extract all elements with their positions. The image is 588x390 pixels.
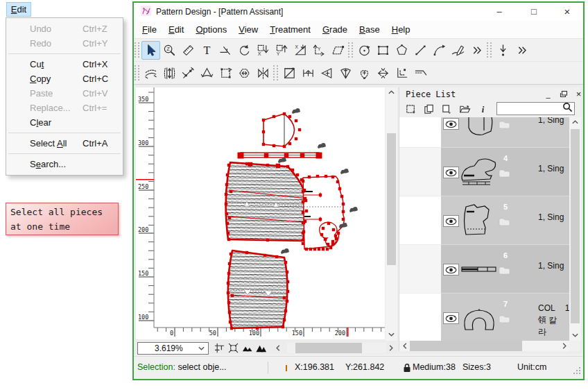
toolbar-grip[interactable] — [273, 65, 278, 80]
resize-grip[interactable] — [573, 366, 581, 377]
tool-arc-button[interactable] — [430, 41, 449, 60]
piece-copy-drop-button[interactable] — [440, 103, 453, 116]
tool-ruler-button[interactable] — [179, 41, 198, 60]
close-button[interactable]: × — [557, 3, 578, 20]
zoom-level-combobox[interactable]: 3.619% — [137, 342, 209, 355]
toolbar-grip[interactable] — [135, 65, 139, 80]
tool-polygon-button[interactable] — [392, 41, 411, 60]
menu-item-clear[interactable]: Clear — [6, 115, 123, 130]
piece-search-box[interactable] — [496, 102, 575, 115]
pattern-piece-yoke[interactable] — [263, 114, 295, 146]
tool-rotate-button[interactable] — [235, 41, 254, 60]
tool-arrow-down-button[interactable] — [494, 41, 512, 60]
canvas-vertical-scrollbar[interactable] — [386, 87, 397, 341]
chevron-left-icon[interactable] — [273, 344, 283, 353]
canvas-horizontal-scrollbar[interactable] — [287, 343, 386, 353]
chevron-right-icon[interactable] — [559, 341, 569, 351]
minimize-button[interactable]: – — [489, 3, 510, 20]
piece-info-button[interactable]: i — [476, 103, 489, 116]
tool-move-points-button[interactable] — [179, 64, 198, 83]
piece-list-vertical-scrollbar[interactable] — [569, 117, 581, 341]
menu-item-copy[interactable]: CopyCtrl+C — [6, 71, 123, 86]
menu-item-select-all[interactable]: Select AllCtrl+A — [6, 136, 123, 151]
menubar-item-file[interactable]: File — [137, 22, 162, 37]
tool-line-button[interactable] — [411, 41, 430, 60]
toolbar-grip[interactable] — [135, 42, 139, 58]
eye-visibility-icon[interactable] — [443, 312, 459, 324]
eye-visibility-icon[interactable] — [443, 264, 459, 275]
tool-spread-button[interactable] — [374, 64, 392, 83]
tool-corner-cut-button[interactable] — [411, 64, 430, 83]
pattern-piece-bodice[interactable] — [303, 176, 344, 249]
piece-list-row[interactable]: 41, Sing — [399, 148, 569, 196]
tool-rectangle-button[interactable] — [374, 41, 392, 60]
menubar-item-base[interactable]: Base — [354, 22, 386, 37]
tool-select-button[interactable] — [141, 41, 160, 60]
edit-menu-trigger[interactable]: Edit — [6, 2, 31, 17]
tool-more-button[interactable] — [467, 41, 486, 60]
menubar-item-treatment[interactable]: Treatment — [264, 22, 316, 37]
menubar-item-options[interactable]: Options — [190, 22, 232, 37]
piece-marquee-button[interactable] — [404, 103, 417, 116]
menubar-item-view[interactable]: View — [233, 22, 263, 37]
menubar-item-help[interactable]: Help — [386, 22, 416, 37]
tool-rotate-points-button[interactable] — [216, 64, 235, 83]
tool-zoom-button[interactable]: Z — [160, 41, 179, 60]
pattern-piece-skirt-1[interactable] — [226, 162, 307, 241]
piece-list-row[interactable]: 61, Sing — [399, 245, 569, 294]
menu-item-replace[interactable]: Replace...Ctrl+= — [6, 101, 123, 115]
chevron-up-icon[interactable] — [386, 87, 397, 97]
maximize-button[interactable]: □ — [524, 3, 544, 20]
horizontal-scroll-thumb[interactable] — [295, 343, 362, 353]
piece-copy-button[interactable] — [422, 103, 435, 116]
tool-flip-button[interactable] — [254, 64, 273, 83]
tool-more-button[interactable] — [512, 41, 531, 60]
tool-pleat-button[interactable] — [160, 64, 179, 83]
menu-item-search[interactable]: Search... — [6, 157, 123, 171]
tool-compass-button[interactable] — [355, 41, 374, 60]
tool-shrink-button[interactable] — [235, 64, 254, 83]
mountain-small-icon[interactable] — [240, 341, 254, 355]
chevron-left-icon[interactable] — [399, 341, 410, 351]
tool-fan-button[interactable] — [336, 64, 355, 83]
chevron-right-icon[interactable] — [386, 344, 396, 353]
menu-item-paste[interactable]: PasteCtrl+V — [6, 86, 123, 101]
chevron-down-icon[interactable] — [386, 330, 397, 339]
tool-move-y-button[interactable]: Y — [273, 41, 291, 60]
piece-folder-open-button[interactable] — [458, 103, 471, 116]
tool-angle-button[interactable]: X — [291, 41, 310, 60]
menu-item-undo[interactable]: UndoCtrl+Z — [6, 22, 123, 36]
eye-visibility-icon[interactable] — [443, 167, 459, 178]
tool-text-button[interactable]: T — [198, 41, 216, 60]
tool-corner-dot-button[interactable] — [392, 64, 411, 83]
tool-pen-button[interactable] — [449, 41, 467, 60]
panel-close-button[interactable]: × — [572, 88, 585, 100]
panel-minimize-button[interactable]: _ — [542, 88, 555, 100]
fit-view-icon[interactable] — [226, 341, 240, 355]
piece-list-row[interactable]: 51, Sing — [399, 196, 569, 245]
frame-view-icon[interactable] — [212, 341, 226, 355]
vertical-scroll-thumb[interactable] — [387, 133, 396, 265]
tool-dart-left-button[interactable] — [318, 64, 336, 83]
tool-move-x-button[interactable]: X — [254, 41, 273, 60]
menubar-item-edit[interactable]: Edit — [163, 22, 189, 37]
eye-visibility-icon[interactable] — [443, 118, 459, 130]
tool-measure-button[interactable]: Y — [310, 41, 329, 60]
chevron-up-icon[interactable] — [569, 117, 581, 127]
menu-item-cut[interactable]: CutCtrl+X — [6, 57, 123, 71]
toolbar-grip[interactable] — [348, 42, 353, 58]
piece-search-input[interactable] — [499, 104, 562, 114]
tool-stretch-button[interactable] — [299, 64, 318, 83]
pattern-canvas[interactable]: 350300250200150100050100150200 — [136, 87, 385, 339]
piece-list-horizontal-scrollbar[interactable] — [399, 341, 569, 351]
menu-item-redo[interactable]: RedoCtrl+Y — [6, 36, 123, 51]
panel-float-button[interactable] — [557, 88, 570, 100]
mountain-large-icon[interactable] — [254, 341, 268, 355]
menubar-item-grade[interactable]: Grade — [317, 22, 353, 37]
piece-list-row[interactable]: 1, Sing — [399, 117, 569, 148]
tool-seam-button[interactable] — [141, 64, 160, 83]
chevron-down-icon[interactable] — [569, 330, 581, 340]
eye-visibility-icon[interactable] — [443, 215, 459, 227]
piece-list-row[interactable]: 7COL1, Pair領 칼라 — [399, 294, 569, 341]
horizontal-scroll-thumb[interactable] — [410, 341, 522, 351]
